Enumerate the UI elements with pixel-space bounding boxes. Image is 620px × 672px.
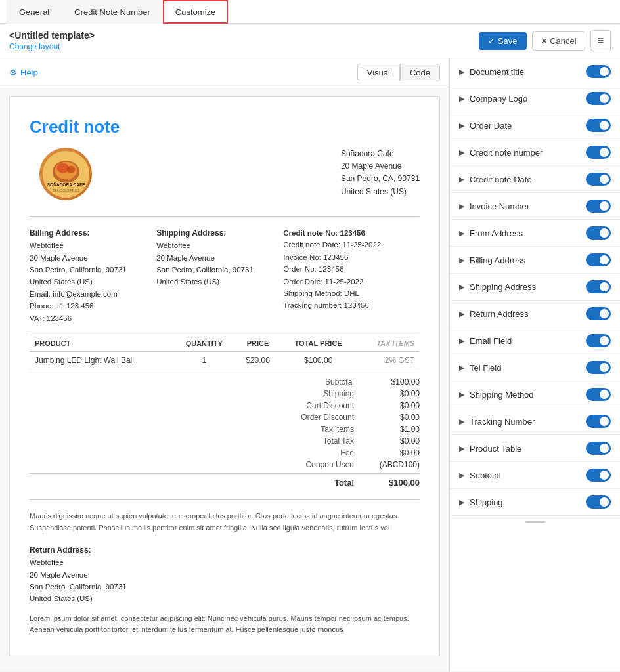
- main-layout: ⚙ Help Visual Code Credit note: [0, 58, 620, 671]
- settings-item-credit-note-number[interactable]: ▶ Credit note number: [450, 139, 620, 166]
- svg-point-4: [66, 165, 75, 173]
- settings-toggle[interactable]: [586, 469, 611, 482]
- right-panel: ▶ Document title ▶ Company Logo ▶ Order …: [449, 58, 620, 671]
- tab-general[interactable]: General: [7, 0, 62, 24]
- total-label: Total Tax: [249, 436, 367, 446]
- settings-toggle[interactable]: [586, 361, 611, 374]
- save-button[interactable]: ✓ Save: [479, 32, 526, 50]
- toggle-slider: [586, 469, 611, 482]
- cancel-button[interactable]: ✕ Cancel: [532, 32, 585, 51]
- settings-toggle[interactable]: [586, 388, 611, 401]
- footer-text2: Lorem ipsum dolor sit amet, consectetur …: [30, 613, 420, 636]
- settings-label: Email Field: [470, 336, 586, 346]
- menu-button[interactable]: ≡: [590, 30, 611, 51]
- settings-item-subtotal[interactable]: ▶ Subtotal: [450, 462, 620, 489]
- settings-toggle[interactable]: [586, 495, 611, 509]
- chevron-right-icon: ▶: [459, 256, 464, 264]
- chevron-right-icon: ▶: [459, 444, 464, 453]
- settings-toggle[interactable]: [586, 173, 611, 186]
- total-value: $100.00: [367, 377, 420, 387]
- settings-item-return-address[interactable]: ▶ Return Address: [450, 301, 620, 327]
- code-btn[interactable]: Code: [400, 64, 440, 81]
- settings-item-invoice-number[interactable]: ▶ Invoice Number: [450, 193, 620, 220]
- settings-item-product-table[interactable]: ▶ Product Table: [450, 435, 620, 462]
- grand-total-value: $100.00: [367, 478, 420, 488]
- total-label: Shipping: [249, 389, 367, 398]
- total-row: Total Tax$0.00: [30, 435, 420, 447]
- shipping-address: Shipping Address: Webtoffee 20 Maple Ave…: [156, 227, 270, 324]
- settings-item-shipping-address[interactable]: ▶ Shipping Address: [450, 274, 620, 301]
- table-row: Jumbing LED Light Wall Ball 1 $20.00 $10…: [30, 351, 420, 369]
- company-info: Soñadora Cafe 20 Maple Avenue San Pedro,…: [341, 148, 420, 198]
- settings-toggle[interactable]: [586, 65, 611, 78]
- total-label: Subtotal: [249, 377, 367, 387]
- credit-note-no: Credit note No: 123456: [283, 229, 365, 237]
- settings-label: Credit note number: [470, 148, 586, 158]
- settings-item-shipping-method[interactable]: ▶ Shipping Method: [450, 381, 620, 408]
- settings-item-email-field[interactable]: ▶ Email Field: [450, 327, 620, 354]
- settings-toggle[interactable]: [586, 200, 611, 213]
- settings-toggle[interactable]: [586, 253, 611, 266]
- toggle-slider: [586, 119, 611, 132]
- settings-toggle[interactable]: [586, 280, 611, 293]
- chevron-right-icon: ▶: [459, 417, 464, 426]
- shipping-label: Shipping Address:: [156, 228, 226, 238]
- col-price: PRICE: [235, 335, 280, 351]
- settings-label: Credit note Date: [470, 175, 586, 184]
- product-name: Jumbing LED Light Wall Ball: [30, 351, 173, 369]
- scrollbar-line: [525, 521, 545, 523]
- invoice-preview: Credit note SOÑADORA CAFE DELICIOUS FOOD: [9, 96, 440, 656]
- toggle-slider: [586, 307, 611, 320]
- total-label: Fee: [249, 448, 367, 457]
- settings-toggle[interactable]: [586, 334, 611, 347]
- chevron-right-icon: ▶: [459, 121, 464, 130]
- total-value: $0.00: [367, 413, 420, 422]
- settings-toggle[interactable]: [586, 415, 611, 428]
- settings-item-tracking-number[interactable]: ▶ Tracking Number: [450, 408, 620, 435]
- svg-text:DELICIOUS FOOD: DELICIOUS FOOD: [53, 188, 79, 192]
- chevron-right-icon: ▶: [459, 68, 464, 76]
- settings-item-from-address[interactable]: ▶ From Address: [450, 220, 620, 247]
- help-button[interactable]: ⚙ Help: [9, 68, 38, 77]
- svg-text:SOÑADORA CAFE: SOÑADORA CAFE: [47, 182, 85, 187]
- tab-customize[interactable]: Customize: [163, 0, 228, 24]
- settings-item-shipping[interactable]: ▶ Shipping: [450, 489, 620, 516]
- shipping-method: Shipping Method: DHL: [283, 289, 359, 297]
- settings-label: From Address: [470, 228, 586, 238]
- divider-1: [30, 216, 420, 217]
- order-no: Order No: 123456: [283, 265, 343, 273]
- header-left: <Untitled template> Change layout: [9, 30, 479, 51]
- tab-credit-note-number[interactable]: Credit Note Number: [62, 0, 163, 24]
- settings-toggle[interactable]: [586, 442, 611, 455]
- chevron-right-icon: ▶: [459, 148, 464, 157]
- settings-toggle[interactable]: [586, 92, 611, 105]
- settings-item-billing-address[interactable]: ▶ Billing Address: [450, 247, 620, 274]
- total-label: Coupon Used: [249, 460, 367, 469]
- chevron-right-icon: ▶: [459, 283, 464, 291]
- grand-total-row: Total$100.00: [30, 473, 420, 489]
- settings-item-document-title[interactable]: ▶ Document title: [450, 58, 620, 85]
- settings-toggle[interactable]: [586, 119, 611, 132]
- settings-toggle[interactable]: [586, 146, 611, 159]
- company-logo: SOÑADORA CAFE DELICIOUS FOOD: [39, 148, 92, 200]
- toggle-slider: [586, 173, 611, 186]
- col-qty: QUANTITY: [173, 335, 236, 351]
- total-label: Order Discount: [249, 413, 367, 422]
- settings-item-credit-note-date[interactable]: ▶ Credit note Date: [450, 166, 620, 193]
- chevron-right-icon: ▶: [459, 337, 464, 345]
- total-value: $1.00: [367, 425, 420, 434]
- company-addr1: 20 Maple Avenue: [341, 161, 402, 171]
- settings-label: Tracking Number: [470, 417, 586, 427]
- settings-toggle[interactable]: [586, 226, 611, 240]
- settings-item-company-logo[interactable]: ▶ Company Logo: [450, 85, 620, 112]
- billing-phone: Phone: +1 123 456: [30, 302, 94, 310]
- settings-item-order-date[interactable]: ▶ Order Date: [450, 112, 620, 139]
- change-layout-link[interactable]: Change layout: [9, 42, 479, 51]
- shipping-name: Webtoffee: [156, 242, 190, 249]
- settings-label: Shipping Method: [470, 390, 586, 400]
- visual-btn[interactable]: Visual: [357, 64, 400, 81]
- billing-label: Billing Address:: [30, 228, 90, 238]
- chevron-right-icon: ▶: [459, 229, 464, 238]
- settings-toggle[interactable]: [586, 307, 611, 320]
- settings-item-tel-field[interactable]: ▶ Tel Field: [450, 354, 620, 381]
